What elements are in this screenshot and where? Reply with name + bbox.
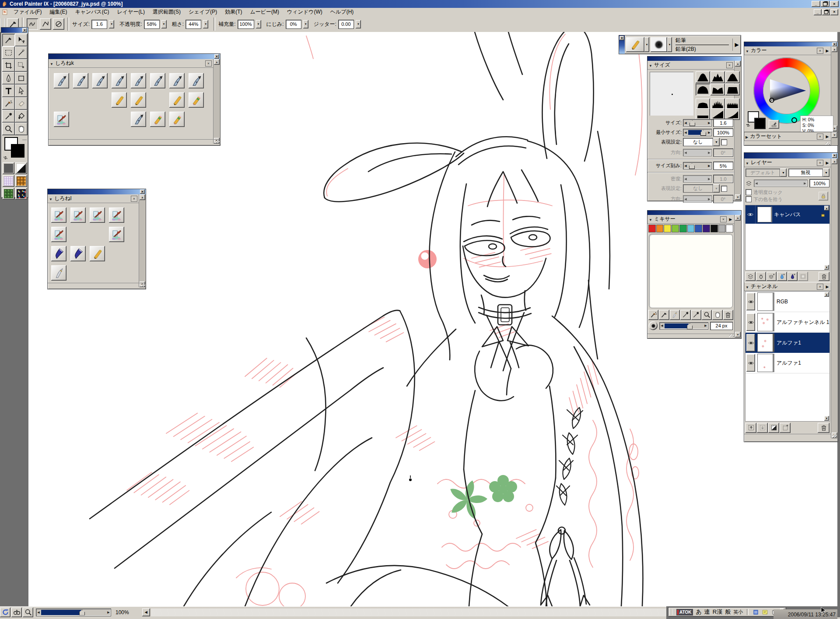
brush-selector-titlebar[interactable] bbox=[619, 35, 625, 54]
new-watercolor-layer-button[interactable] bbox=[777, 272, 787, 281]
colorset-menu-icon[interactable] bbox=[825, 134, 830, 139]
tip-profile-button[interactable] bbox=[725, 108, 740, 120]
brush-variant-name[interactable]: 鉛筆(2B) bbox=[676, 46, 729, 53]
expression-dropdown[interactable]: なし bbox=[683, 138, 720, 146]
channel-visibility-cell[interactable] bbox=[746, 313, 755, 331]
toolbox-close-button[interactable] bbox=[22, 28, 27, 32]
layers-window-close[interactable] bbox=[832, 154, 837, 158]
ime-mode-renbun[interactable]: 連 bbox=[704, 608, 710, 616]
pickup-underlying-checkbox[interactable] bbox=[746, 196, 752, 202]
brush-variant-button[interactable] bbox=[131, 92, 146, 108]
mixer-menu-icon[interactable] bbox=[728, 217, 733, 222]
brush-category-dropdown[interactable]: ▼ bbox=[644, 37, 649, 52]
collapse-triangle-icon[interactable] bbox=[649, 216, 652, 222]
channel-visibility-cell[interactable] bbox=[746, 293, 755, 310]
shironel-titlebar[interactable] bbox=[48, 189, 146, 194]
atok-grip[interactable] bbox=[670, 609, 674, 615]
gradient-selector[interactable] bbox=[15, 162, 27, 174]
ime-mode-hiragana[interactable]: あ bbox=[696, 608, 701, 616]
scroll-up-icon[interactable] bbox=[832, 158, 837, 164]
close-button[interactable] bbox=[830, 1, 839, 7]
mixer-swatch[interactable] bbox=[695, 225, 702, 232]
bleed-field[interactable]: 0% bbox=[286, 20, 301, 29]
resize-grip[interactable] bbox=[215, 140, 220, 143]
mixer-swatch[interactable] bbox=[648, 225, 656, 232]
mixer-swatch[interactable] bbox=[679, 225, 687, 232]
resize-grip[interactable] bbox=[729, 334, 734, 337]
brush-variant-button[interactable] bbox=[51, 246, 66, 261]
straight-line-stroke-button[interactable] bbox=[40, 18, 51, 30]
zoom-slider-right[interactable] bbox=[106, 609, 111, 615]
dynamic-plugins-button[interactable] bbox=[756, 272, 766, 281]
menu-help[interactable]: ヘルプ(H) bbox=[326, 8, 358, 16]
looks-selector[interactable] bbox=[15, 188, 27, 200]
brush-variant-button[interactable] bbox=[51, 265, 66, 281]
mixer-swatch[interactable] bbox=[672, 225, 679, 232]
atok-brand[interactable]: ATOK bbox=[676, 609, 693, 615]
magnifier-button[interactable] bbox=[23, 608, 33, 617]
sizestep-value-field[interactable]: 5% bbox=[713, 162, 733, 170]
swap-colors-icon[interactable] bbox=[745, 122, 751, 128]
shironek-window-close[interactable] bbox=[214, 54, 219, 59]
tip-profile-button-selected[interactable] bbox=[696, 84, 710, 95]
brush-variant-button[interactable] bbox=[90, 246, 105, 261]
shironek-header[interactable]: しろねk bbox=[49, 59, 213, 68]
mixer-apply-color-tool[interactable] bbox=[659, 310, 669, 320]
tool-selection-adjuster[interactable] bbox=[15, 59, 28, 72]
zoom-slider[interactable] bbox=[36, 608, 111, 616]
collapse-triangle-icon[interactable] bbox=[49, 196, 52, 202]
menu-layers[interactable]: レイヤー(L) bbox=[113, 8, 149, 16]
app-titlebar[interactable]: Corel Painter IX - [20060827_jya.psd @ 1… bbox=[0, 0, 840, 8]
size-titlebar[interactable] bbox=[648, 56, 741, 61]
brush-variant-button[interactable] bbox=[54, 73, 69, 88]
layer-commands-button[interactable] bbox=[746, 272, 756, 281]
layers-header[interactable]: レイヤー bbox=[744, 158, 831, 167]
invert-channel-button[interactable] bbox=[768, 423, 779, 433]
colorset-scrollbar[interactable] bbox=[831, 132, 838, 145]
doc-restore-button[interactable] bbox=[822, 9, 830, 15]
hue-ring-selector[interactable] bbox=[791, 117, 797, 123]
brush-dab-button[interactable] bbox=[651, 37, 667, 52]
eye-icon[interactable] bbox=[747, 211, 754, 218]
minsize-slider[interactable] bbox=[683, 129, 712, 136]
shironek-scrollbar[interactable] bbox=[213, 59, 220, 144]
sv-triangle[interactable] bbox=[764, 68, 809, 113]
brush-variant-button[interactable] bbox=[90, 208, 105, 223]
shironek-titlebar[interactable] bbox=[49, 54, 220, 59]
brush-variant-button[interactable] bbox=[112, 73, 127, 88]
shironek-close-icon[interactable] bbox=[205, 60, 212, 67]
back-color-swatch[interactable] bbox=[11, 144, 24, 158]
layers-menu-icon[interactable] bbox=[825, 161, 830, 165]
doc-close-button[interactable] bbox=[830, 9, 838, 15]
ime-menu-icon[interactable] bbox=[752, 609, 759, 615]
tip-profile-button[interactable] bbox=[725, 84, 740, 95]
clone-color-button[interactable] bbox=[53, 18, 64, 30]
size-spinner[interactable] bbox=[109, 20, 114, 28]
scroll-down-icon[interactable] bbox=[832, 132, 837, 138]
mixer-swatch[interactable] bbox=[664, 225, 671, 232]
bleed-spinner[interactable] bbox=[303, 20, 308, 28]
brush-dab-dropdown[interactable]: ▼ bbox=[667, 37, 672, 52]
scroll-up-icon[interactable] bbox=[214, 59, 220, 65]
color-close-icon[interactable] bbox=[817, 48, 823, 54]
scroll-up-icon[interactable] bbox=[735, 215, 741, 221]
brush-variant-button[interactable] bbox=[189, 73, 204, 88]
expand-triangle-icon[interactable] bbox=[746, 134, 748, 140]
ime-mode-general[interactable]: 般 bbox=[725, 608, 731, 616]
dab-preview[interactable] bbox=[650, 72, 693, 116]
tool-paint-bucket[interactable] bbox=[15, 110, 28, 123]
brush-variant-button[interactable] bbox=[109, 208, 124, 223]
mixer-pad[interactable] bbox=[649, 234, 733, 308]
mixer-brush-dab[interactable] bbox=[649, 321, 658, 330]
menu-canvas[interactable]: キャンバス(C) bbox=[71, 8, 113, 16]
mixer-zoom-tool[interactable] bbox=[702, 310, 712, 320]
menu-file[interactable]: ファイル(F) bbox=[10, 8, 46, 16]
channel-row-alpha1-selected[interactable]: アルファ1 bbox=[746, 333, 830, 353]
tool-eraser[interactable] bbox=[15, 97, 28, 110]
layer-opacity-field[interactable]: 100% bbox=[809, 179, 830, 187]
pattern-selector[interactable] bbox=[3, 175, 14, 187]
mixer-close-icon[interactable] bbox=[720, 216, 727, 222]
layers-window-resize-strip[interactable] bbox=[744, 434, 831, 438]
mixer-header[interactable]: ミキサー bbox=[648, 215, 734, 224]
mixer-size-slider[interactable] bbox=[659, 322, 708, 330]
